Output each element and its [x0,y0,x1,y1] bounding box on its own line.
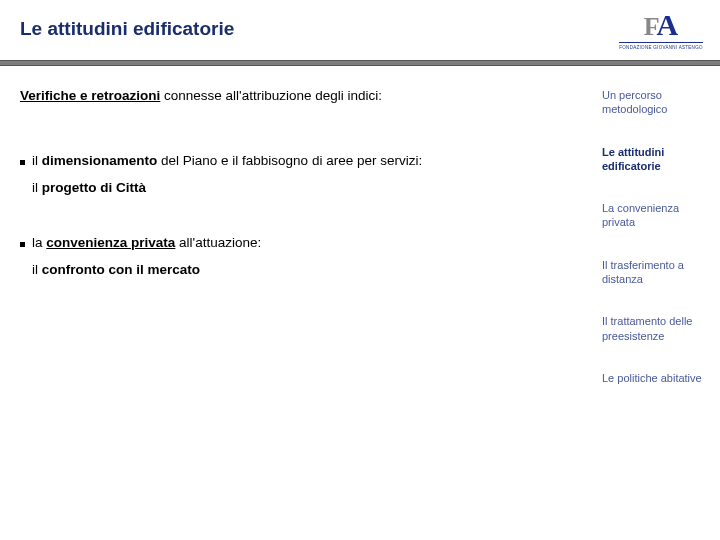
logo-letter-a: A [657,10,679,40]
bullet-icon [20,160,25,165]
sub-2: il confronto con il mercato [32,262,594,277]
lead-bold: Verifiche e retroazioni [20,88,160,103]
bullet-1-text: il dimensionamento del Piano e il fabbis… [32,153,594,168]
logo-mark: F A [644,10,679,40]
sidebar-item-trattamento[interactable]: Il trattamento delle preesistenze [602,314,702,343]
bullet-icon [20,242,25,247]
sidebar-item-attitudini[interactable]: Le attitudini edificatorie [602,145,702,174]
page-title: Le attitudini edificatorie [20,18,622,40]
bullet-2: la convenienza privata all'attuazione: [20,235,594,250]
header: Le attitudini edificatorie F A FONDAZION… [0,0,720,54]
main-content: Verifiche e retroazioni connesse all'att… [0,66,602,536]
body: Verifiche e retroazioni connesse all'att… [0,66,720,536]
lead-rest: connesse all'attribuzione degli indici: [160,88,382,103]
logo: F A FONDAZIONE GIOVANNI ASTENGO [622,10,700,54]
sidebar-item-convenienza[interactable]: La convenienza privata [602,201,702,230]
sidebar-item-trasferimento[interactable]: Il trasferimento a distanza [602,258,702,287]
logo-subtext: FONDAZIONE GIOVANNI ASTENGO [619,42,703,50]
bullet-1: il dimensionamento del Piano e il fabbis… [20,153,594,168]
lead-text: Verifiche e retroazioni connesse all'att… [20,88,594,103]
sub-1: il progetto di Città [32,180,594,195]
sidebar: Un percorso metodologico Le attitudini e… [602,66,720,536]
sidebar-item-percorso[interactable]: Un percorso metodologico [602,88,702,117]
bullet-2-text: la convenienza privata all'attuazione: [32,235,594,250]
sidebar-item-politiche[interactable]: Le politiche abitative [602,371,702,385]
